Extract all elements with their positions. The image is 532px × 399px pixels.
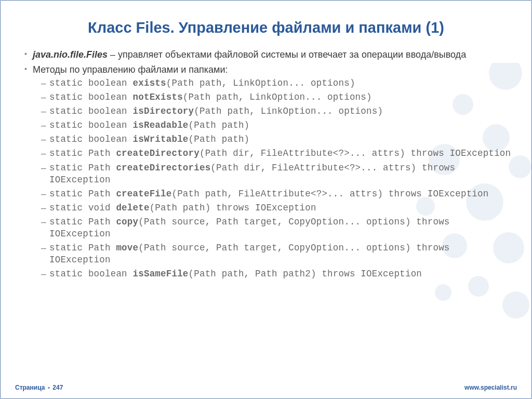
method-signature: static boolean isSameFile(Path path, Pat…	[33, 268, 513, 280]
method-signature: static boolean exists(Path path, LinkOpt…	[33, 77, 513, 89]
method-post: (Path path)	[189, 134, 250, 144]
method-name: isReadable	[133, 120, 189, 130]
method-pre: static void	[49, 203, 116, 213]
method-pre: static Path	[49, 148, 116, 158]
method-signature: static boolean isDirectory(Path path, Li…	[33, 105, 513, 117]
intro-text: – управляет объектами файловой системы и…	[108, 49, 466, 60]
method-name: copy	[116, 217, 138, 227]
method-name: createDirectories	[116, 163, 210, 173]
method-pre: static boolean	[49, 78, 133, 88]
bullet-methods-label: Методы по управлению файлами и папками: …	[24, 64, 513, 281]
method-name: createDirectory	[116, 148, 200, 158]
page-number: 247	[52, 384, 63, 391]
method-pre: static boolean	[49, 120, 133, 130]
method-post: (Path path, LinkOption... options)	[166, 78, 355, 88]
method-signature: static void delete(Path path) throws IOE…	[33, 202, 513, 214]
method-signature: static Path createFile(Path path, FileAt…	[33, 188, 513, 200]
page-label: Страница	[15, 384, 45, 391]
svg-point-10	[502, 291, 529, 318]
method-name: notExists	[133, 92, 183, 102]
method-name: createFile	[116, 189, 171, 199]
method-name: isDirectory	[133, 106, 194, 116]
page-title: Класс Files. Управление файлами и папкам…	[32, 19, 500, 36]
method-post: (Path path, FileAttribute<?>... attrs) t…	[171, 189, 488, 199]
separator-icon: ▪	[48, 384, 50, 391]
method-pre: static boolean	[49, 269, 133, 279]
method-signature: static Path createDirectories(Path dir, …	[33, 162, 513, 186]
methods-list: static boolean exists(Path path, LinkOpt…	[33, 77, 513, 280]
svg-point-11	[435, 284, 451, 301]
method-name: delete	[116, 203, 149, 213]
method-post: (Path dir, FileAttribute<?>... attrs) th…	[200, 148, 511, 158]
method-pre: static Path	[49, 163, 116, 173]
method-signature: static Path move(Path source, Path targe…	[33, 242, 513, 266]
method-pre: static boolean	[49, 134, 133, 144]
method-name: exists	[133, 78, 166, 88]
method-signature: static Path createDirectory(Path dir, Fi…	[33, 148, 513, 159]
page-indicator: Страница ▪ 247	[15, 384, 63, 391]
method-post: (Path path)	[189, 120, 250, 130]
method-name: move	[116, 243, 138, 253]
footer: Страница ▪ 247 www.specialist.ru	[1, 384, 531, 391]
method-post: (Path path, Path path2) throws IOExcepti…	[189, 269, 422, 279]
method-pre: static Path	[49, 243, 116, 253]
method-pre: static boolean	[49, 106, 133, 116]
method-signature: static boolean isWritable(Path path)	[33, 134, 513, 145]
content-area: java.nio.file.Files – управляет объектам…	[24, 49, 513, 280]
method-name: isWritable	[133, 134, 189, 144]
method-post: (Path path, LinkOption... options)	[194, 106, 383, 116]
footer-url: www.specialist.ru	[464, 384, 517, 391]
method-signature: static boolean notExists(Path path, Link…	[33, 91, 513, 103]
method-name: isSameFile	[133, 269, 189, 279]
method-post: (Path path) throws IOException	[150, 203, 316, 213]
slide-container: Класс Files. Управление файлами и папкам…	[0, 0, 532, 399]
method-signature: static Path copy(Path source, Path targe…	[33, 216, 513, 240]
methods-label: Методы по управлению файлами и папками:	[33, 64, 228, 75]
method-pre: static boolean	[49, 92, 133, 102]
method-post: (Path path, LinkOption... options)	[183, 92, 372, 102]
method-signature: static boolean isReadable(Path path)	[33, 119, 513, 131]
method-pre: static Path	[49, 189, 116, 199]
bullet-intro: java.nio.file.Files – управляет объектам…	[24, 49, 513, 61]
class-name: java.nio.file.Files	[33, 49, 108, 60]
method-pre: static Path	[49, 217, 116, 227]
